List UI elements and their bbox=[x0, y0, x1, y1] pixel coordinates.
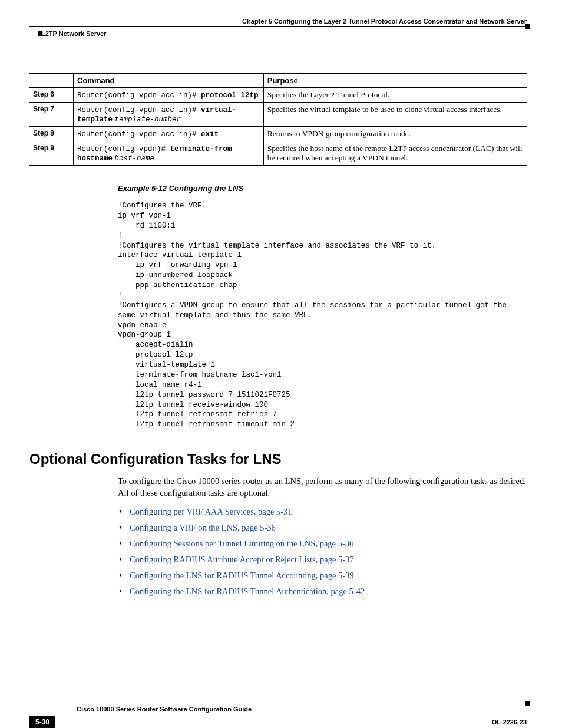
prompt-text: Router(config-vpdn-acc-in)# bbox=[77, 130, 201, 139]
step-cell: Step 9 bbox=[29, 141, 74, 166]
link-list: Configuring per VRF AAA Services, page 5… bbox=[130, 507, 527, 597]
command-cell: Router(config-vpdn-acc-in)# virtual-temp… bbox=[74, 103, 264, 127]
command-cell: Router(config-vpdn)# terminate-from host… bbox=[74, 141, 264, 166]
section-heading: Optional Configuration Tasks for LNS bbox=[29, 451, 527, 467]
code-block: !Configures the VRF. ip vrf vpn-1 rd 110… bbox=[118, 201, 527, 430]
table-row: Step 6 Router(config-vpdn-acc-in)# proto… bbox=[29, 88, 527, 103]
list-item: Configuring per VRF AAA Services, page 5… bbox=[130, 507, 527, 517]
list-item: Configuring RADIUS Attribute Accept or R… bbox=[130, 555, 527, 565]
footer-guide-title: Cisco 10000 Series Router Software Confi… bbox=[77, 706, 527, 713]
section-label-text: L2TP Network Server bbox=[41, 30, 106, 37]
command-table: Command Purpose Step 6 Router(config-vpd… bbox=[29, 73, 527, 166]
purpose-cell: Returns to VPDN group configuration mode… bbox=[263, 127, 527, 141]
prompt-text: Router(config-vpdn-acc-in)# bbox=[77, 91, 201, 100]
purpose-cell: Specifies the virtual template to be use… bbox=[263, 103, 527, 127]
command-bold: exit bbox=[201, 130, 219, 139]
xref-link[interactable]: Configuring the LNS for RADIUS Tunnel Ac… bbox=[130, 571, 354, 580]
prompt-text: Router(config-vpdn-acc-in)# bbox=[77, 106, 201, 114]
command-bold: protocol l2tp bbox=[201, 91, 259, 100]
body-text: To configure the Cisco 10000 series rout… bbox=[118, 476, 527, 499]
xref-link[interactable]: Configuring RADIUS Attribute Accept or R… bbox=[130, 555, 354, 564]
document-id: OL-2226-23 bbox=[492, 719, 527, 726]
xref-link[interactable]: Configuring a VRF on the LNS, page 5-36 bbox=[130, 523, 276, 532]
list-item: Configuring the LNS for RADIUS Tunnel Au… bbox=[130, 587, 527, 597]
step-cell: Step 6 bbox=[29, 88, 74, 103]
prompt-text: Router(config-vpdn)# bbox=[77, 145, 170, 153]
table-row: Step 8 Router(config-vpdn-acc-in)# exit … bbox=[29, 127, 527, 141]
footer-row: 5-30 OL-2226-23 bbox=[29, 716, 527, 728]
step-cell: Step 8 bbox=[29, 127, 74, 141]
page-container: Chapter 5 Configuring the Layer 2 Tunnel… bbox=[0, 0, 562, 728]
xref-link[interactable]: Configuring per VRF AAA Services, page 5… bbox=[130, 507, 292, 516]
table-header-purpose: Purpose bbox=[263, 73, 527, 88]
command-cell: Router(config-vpdn-acc-in)# exit bbox=[74, 127, 264, 141]
command-italic: host-name bbox=[114, 154, 154, 163]
list-item: Configuring a VRF on the LNS, page 5-36 bbox=[130, 523, 527, 533]
command-italic: template-number bbox=[114, 116, 181, 124]
table-header-command: Command bbox=[74, 73, 264, 88]
chapter-label: Chapter 5 Configuring the Layer 2 Tunnel… bbox=[29, 18, 527, 25]
table-header-row: Command Purpose bbox=[29, 73, 527, 88]
purpose-cell: Specifies the host name of the remote L2… bbox=[263, 141, 527, 166]
example-title: Example 5-12 Configuring the LNS bbox=[118, 184, 527, 193]
section-label: L2TP Network Server bbox=[41, 30, 527, 37]
table-row: Step 9 Router(config-vpdn)# terminate-fr… bbox=[29, 141, 527, 166]
xref-link[interactable]: Configuring the LNS for RADIUS Tunnel Au… bbox=[130, 587, 365, 596]
footer-rule bbox=[29, 703, 527, 703]
list-item: Configuring the LNS for RADIUS Tunnel Ac… bbox=[130, 571, 527, 581]
page-number: 5-30 bbox=[29, 716, 55, 728]
command-cell: Router(config-vpdn-acc-in)# protocol l2t… bbox=[74, 88, 264, 103]
header-rule bbox=[29, 26, 527, 27]
purpose-cell: Specifies the Layer 2 Tunnel Protocol. bbox=[263, 88, 527, 103]
table-row: Step 7 Router(config-vpdn-acc-in)# virtu… bbox=[29, 103, 527, 127]
xref-link[interactable]: Configuring Sessions per Tunnel Limiting… bbox=[130, 539, 353, 548]
step-cell: Step 7 bbox=[29, 103, 74, 127]
list-item: Configuring Sessions per Tunnel Limiting… bbox=[130, 539, 527, 549]
table-header-step bbox=[29, 73, 74, 88]
square-icon bbox=[38, 31, 42, 36]
